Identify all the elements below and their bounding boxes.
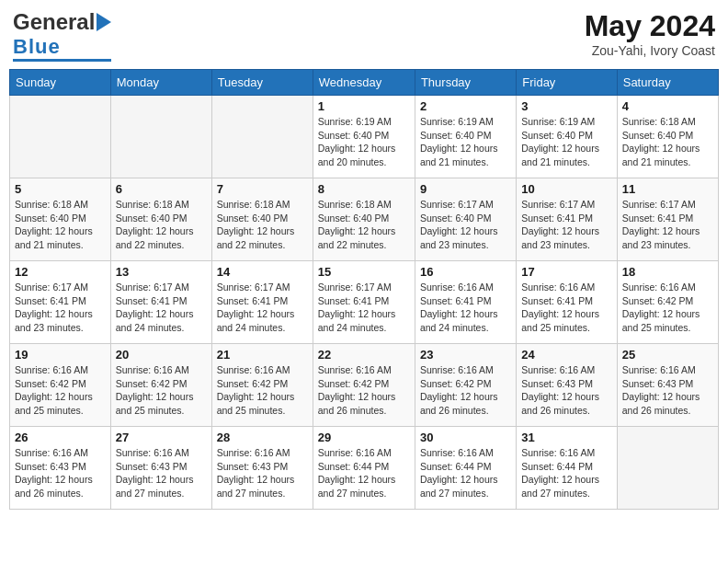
calendar-week-2: 5Sunrise: 6:18 AM Sunset: 6:40 PM Daylig… [10,178,719,261]
day-number: 1 [318,99,410,113]
day-info: Sunrise: 6:17 AM Sunset: 6:41 PM Dayligh… [116,281,207,335]
calendar-cell: 12Sunrise: 6:17 AM Sunset: 6:41 PM Dayli… [10,261,111,344]
title-block: May 2024 Zou-Yahi, Ivory Coast [585,9,715,58]
location-subtitle: Zou-Yahi, Ivory Coast [585,43,715,58]
calendar-cell [617,427,718,510]
calendar-cell: 20Sunrise: 6:16 AM Sunset: 6:42 PM Dayli… [110,344,211,427]
day-number: 18 [622,265,713,279]
logo-blue-text: Blue [13,35,61,59]
day-number: 14 [217,265,308,279]
day-info: Sunrise: 6:17 AM Sunset: 6:41 PM Dayligh… [622,198,713,252]
day-number: 28 [217,431,308,444]
day-info: Sunrise: 6:16 AM Sunset: 6:41 PM Dayligh… [521,281,611,335]
page-header: General Blue May 2024 Zou-Yahi, Ivory Co… [9,9,719,62]
logo-underline [13,59,111,62]
calendar-cell: 17Sunrise: 6:16 AM Sunset: 6:41 PM Dayli… [517,261,617,344]
calendar-cell: 18Sunrise: 6:16 AM Sunset: 6:42 PM Dayli… [617,261,718,344]
day-number: 26 [15,431,106,444]
day-number: 3 [521,99,611,113]
calendar-cell: 14Sunrise: 6:17 AM Sunset: 6:41 PM Dayli… [211,261,313,344]
day-number: 22 [318,348,410,362]
weekday-header-sunday: Sunday [10,70,111,96]
calendar-cell: 13Sunrise: 6:17 AM Sunset: 6:41 PM Dayli… [110,261,211,344]
day-info: Sunrise: 6:17 AM Sunset: 6:41 PM Dayligh… [15,281,106,335]
calendar-cell: 22Sunrise: 6:16 AM Sunset: 6:42 PM Dayli… [313,344,415,427]
calendar-cell: 7Sunrise: 6:18 AM Sunset: 6:40 PM Daylig… [211,178,313,261]
day-info: Sunrise: 6:16 AM Sunset: 6:42 PM Dayligh… [420,363,511,418]
weekday-header-friday: Friday [517,70,617,96]
day-info: Sunrise: 6:19 AM Sunset: 6:40 PM Dayligh… [521,115,611,169]
calendar-cell: 27Sunrise: 6:16 AM Sunset: 6:43 PM Dayli… [110,427,211,510]
day-number: 4 [622,99,713,113]
calendar-cell: 10Sunrise: 6:17 AM Sunset: 6:41 PM Dayli… [517,178,617,261]
day-number: 10 [521,182,611,196]
calendar-cell: 2Sunrise: 6:19 AM Sunset: 6:40 PM Daylig… [415,96,516,178]
calendar-cell: 30Sunrise: 6:16 AM Sunset: 6:44 PM Dayli… [415,427,516,510]
month-year-title: May 2024 [585,9,715,43]
day-info: Sunrise: 6:18 AM Sunset: 6:40 PM Dayligh… [217,198,308,252]
calendar-cell: 16Sunrise: 6:16 AM Sunset: 6:41 PM Dayli… [415,261,516,344]
calendar-cell: 15Sunrise: 6:17 AM Sunset: 6:41 PM Dayli… [313,261,415,344]
day-number: 27 [116,431,207,444]
logo-general-text: General [13,9,95,35]
weekday-header-monday: Monday [110,70,211,96]
day-info: Sunrise: 6:16 AM Sunset: 6:43 PM Dayligh… [622,363,713,418]
calendar-cell [211,96,313,178]
day-info: Sunrise: 6:19 AM Sunset: 6:40 PM Dayligh… [420,115,511,169]
calendar-header-row: SundayMondayTuesdayWednesdayThursdayFrid… [10,70,719,96]
calendar-cell: 29Sunrise: 6:16 AM Sunset: 6:44 PM Dayli… [313,427,415,510]
day-info: Sunrise: 6:19 AM Sunset: 6:40 PM Dayligh… [318,115,410,169]
day-info: Sunrise: 6:16 AM Sunset: 6:43 PM Dayligh… [217,446,308,500]
day-info: Sunrise: 6:16 AM Sunset: 6:43 PM Dayligh… [521,363,611,418]
day-info: Sunrise: 6:16 AM Sunset: 6:42 PM Dayligh… [318,363,410,418]
day-number: 7 [217,182,308,196]
calendar-cell: 11Sunrise: 6:17 AM Sunset: 6:41 PM Dayli… [617,178,718,261]
day-info: Sunrise: 6:16 AM Sunset: 6:44 PM Dayligh… [521,446,611,500]
calendar-cell [110,96,211,178]
weekday-header-thursday: Thursday [415,70,516,96]
day-number: 20 [116,348,207,362]
day-number: 12 [15,265,106,279]
calendar-cell [10,96,111,178]
day-number: 8 [318,182,410,196]
calendar-cell: 1Sunrise: 6:19 AM Sunset: 6:40 PM Daylig… [313,96,415,178]
calendar-cell: 21Sunrise: 6:16 AM Sunset: 6:42 PM Dayli… [211,344,313,427]
day-number: 11 [622,182,713,196]
day-number: 23 [420,348,511,362]
day-number: 30 [420,431,511,444]
weekday-header-tuesday: Tuesday [211,70,313,96]
day-info: Sunrise: 6:17 AM Sunset: 6:41 PM Dayligh… [318,281,410,335]
day-number: 13 [116,265,207,279]
calendar-cell: 23Sunrise: 6:16 AM Sunset: 6:42 PM Dayli… [415,344,516,427]
calendar-week-5: 26Sunrise: 6:16 AM Sunset: 6:43 PM Dayli… [10,427,719,510]
calendar-cell: 4Sunrise: 6:18 AM Sunset: 6:40 PM Daylig… [617,96,718,178]
day-info: Sunrise: 6:16 AM Sunset: 6:43 PM Dayligh… [15,446,106,500]
day-info: Sunrise: 6:17 AM Sunset: 6:41 PM Dayligh… [217,281,308,335]
day-number: 9 [420,182,511,196]
day-info: Sunrise: 6:18 AM Sunset: 6:40 PM Dayligh… [318,198,410,252]
day-number: 31 [521,431,611,444]
day-number: 16 [420,265,511,279]
calendar-week-3: 12Sunrise: 6:17 AM Sunset: 6:41 PM Dayli… [10,261,719,344]
calendar-cell: 24Sunrise: 6:16 AM Sunset: 6:43 PM Dayli… [517,344,617,427]
day-number: 21 [217,348,308,362]
calendar-cell: 25Sunrise: 6:16 AM Sunset: 6:43 PM Dayli… [617,344,718,427]
day-info: Sunrise: 6:18 AM Sunset: 6:40 PM Dayligh… [15,198,106,252]
day-info: Sunrise: 6:16 AM Sunset: 6:44 PM Dayligh… [318,446,410,500]
day-number: 2 [420,99,511,113]
day-number: 15 [318,265,410,279]
weekday-header-wednesday: Wednesday [313,70,415,96]
calendar-week-1: 1Sunrise: 6:19 AM Sunset: 6:40 PM Daylig… [10,96,719,178]
calendar-cell: 28Sunrise: 6:16 AM Sunset: 6:43 PM Dayli… [211,427,313,510]
day-info: Sunrise: 6:16 AM Sunset: 6:42 PM Dayligh… [217,363,308,418]
calendar-cell: 19Sunrise: 6:16 AM Sunset: 6:42 PM Dayli… [10,344,111,427]
calendar-cell: 3Sunrise: 6:19 AM Sunset: 6:40 PM Daylig… [517,96,617,178]
calendar-table: SundayMondayTuesdayWednesdayThursdayFrid… [9,69,719,510]
day-number: 19 [15,348,106,362]
day-info: Sunrise: 6:18 AM Sunset: 6:40 PM Dayligh… [116,198,207,252]
weekday-header-saturday: Saturday [617,70,718,96]
calendar-cell: 6Sunrise: 6:18 AM Sunset: 6:40 PM Daylig… [110,178,211,261]
day-number: 24 [521,348,611,362]
day-info: Sunrise: 6:18 AM Sunset: 6:40 PM Dayligh… [622,115,713,169]
day-number: 5 [15,182,106,196]
